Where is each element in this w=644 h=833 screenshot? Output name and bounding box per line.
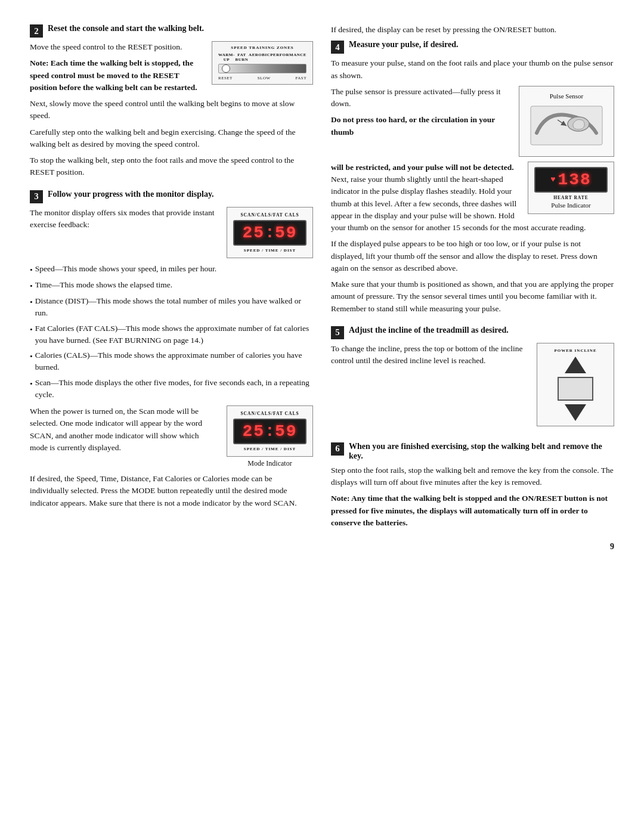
mode-indicator-label: Mode Indicator [227,459,313,468]
step4-para1: To measure your pulse, stand on the foot… [331,57,614,82]
step6-para1: Step onto the foot rails, stop the walki… [331,465,614,489]
step-5-number: 5 [331,326,344,339]
bullet-dot: • [30,378,33,401]
zones-row: WARM-UP FAT BURN AEROBIC PERFORMANCE [218,52,306,62]
mode-monitor-colon: : [265,422,275,441]
hr-display: ♥ 138 [534,167,608,193]
step-3-number: 3 [30,190,43,203]
step4-para4: If the displayed pulse appears to be too… [331,238,614,274]
bullet-distance-text: Distance (DIST)—This mode shows the tota… [35,295,313,320]
incline-rect [558,377,593,401]
step-2-title: Reset the console and start the walking … [48,24,204,33]
bullet-speed-text: Speed—This mode shows your speed, in mil… [35,263,216,276]
incline-graphic [543,357,608,421]
mode-monitor-bottom-label: SPEED / TIME / DIST [233,447,306,451]
power-incline-box: POWER INCLINE [537,343,614,426]
do-not-press-bold: Do not press too hard, or the circulatio… [331,115,495,136]
mode-monitor-digits-left: 25 [242,422,265,441]
bullet-dot: • [30,296,33,320]
step-6-title: When you are finished exercising, stop t… [349,442,614,461]
step-4-number: 4 [331,41,344,54]
mode-monitor-digits-right: 59 [275,422,298,441]
zones-labels: RESET SLOW FAST [218,76,306,80]
pulse-sensor-box: Pulse Sensor [519,86,614,157]
page-number: 9 [610,542,614,552]
mode-monitor-top-label: SCAN/CALS/FAT CALS [233,411,306,416]
bullet-speed: • Speed—This mode shows your speed, in m… [30,263,313,276]
bullet-fat-cals-text: Fat Calories (FAT CALS)—This mode shows … [35,323,313,347]
pulse-sensor-label: Pulse Sensor [525,92,608,100]
step2-para3: Next, slowly move the speed control unti… [30,98,313,122]
heart-rate-box: ♥ 138 HEART RATE Pulse Indicator [528,162,614,214]
right-intro-para: If desired, the display can be reset by … [331,24,614,36]
step2-para5: To stop the walking belt, step onto the … [30,154,313,179]
bullet-scan: • Scan—This mode displays the other five… [30,377,313,401]
bullet-time: • Time—This mode shows the elapsed time. [30,279,313,292]
step3-para-mode-select: If desired, the Speed, Time, Distance, F… [30,473,313,509]
monitor-screen: 25 : 59 [233,220,306,246]
bullet-cals: • Calories (CALS)—This mode shows the ap… [30,349,313,374]
power-incline-title: POWER INCLINE [543,348,608,353]
hr-label: HEART RATE [534,195,608,200]
bullet-dot: • [30,264,33,276]
mode-monitor-screen: 25 : 59 [233,419,306,444]
speed-zones-box: SPEED TRAINING ZONES WARM-UP FAT BURN AE… [212,41,313,85]
step6-para2: Note: Any time that the walking belt is … [331,493,614,529]
zones-bar-circle [222,64,230,73]
zones-bar [218,64,306,73]
bullet-fat-cals: • Fat Calories (FAT CALS)—This mode show… [30,323,313,347]
bullet-distance: • Distance (DIST)—This mode shows the to… [30,295,313,320]
step4-para5: Make sure that your thumb is positioned … [331,278,614,315]
bullet-scan-text: Scan—This mode displays the other five m… [35,377,313,401]
step-5-title: Adjust the incline of the treadmill as d… [349,326,509,335]
bullet-time-text: Time—This mode shows the elapsed time. [35,279,172,292]
monitor-digits-right: 59 [275,224,298,242]
step-4-title: Measure your pulse, if desired. [349,40,459,49]
mode-monitor-box: SCAN/CALS/FAT CALS 25 : 59 SPEED / TIME … [227,405,313,457]
step2-para4: Carefully step onto the walking belt and… [30,126,313,151]
step4-restricted-bold: will be restricted, and your pulse will … [331,163,514,172]
monitor-top-label: SCAN/CALS/FAT CALS [233,212,306,218]
mode-indicator-container: SCAN/CALS/FAT CALS 25 : 59 SPEED / TIME … [227,405,313,468]
bullet-dot: • [30,351,33,374]
incline-arrow-up [565,357,586,373]
monitor-bottom-label: SPEED / TIME / DIST [233,248,306,253]
incline-arrow-down [565,404,586,421]
monitor-colon: : [265,224,275,242]
step-3-title: Follow your progress with the monitor di… [48,190,214,199]
monitor-digits-left: 25 [242,224,265,242]
pulse-sensor-graphic [528,103,605,148]
speed-zones-title: SPEED TRAINING ZONES [218,45,306,50]
step-6-number: 6 [331,442,344,456]
bullet-dot: • [30,324,33,347]
step-2-number: 2 [30,24,43,38]
monitor-display-box: SCAN/CALS/FAT CALS 25 : 59 SPEED / TIME … [227,207,313,258]
pulse-indicator-label: Pulse Indicator [534,202,608,209]
bullet-dot: • [30,280,33,292]
hr-heart-icon: ♥ [550,175,555,184]
hr-digits: 138 [558,171,591,189]
bullet-cals-text: Calories (CALS)—This mode shows the appr… [35,349,313,374]
